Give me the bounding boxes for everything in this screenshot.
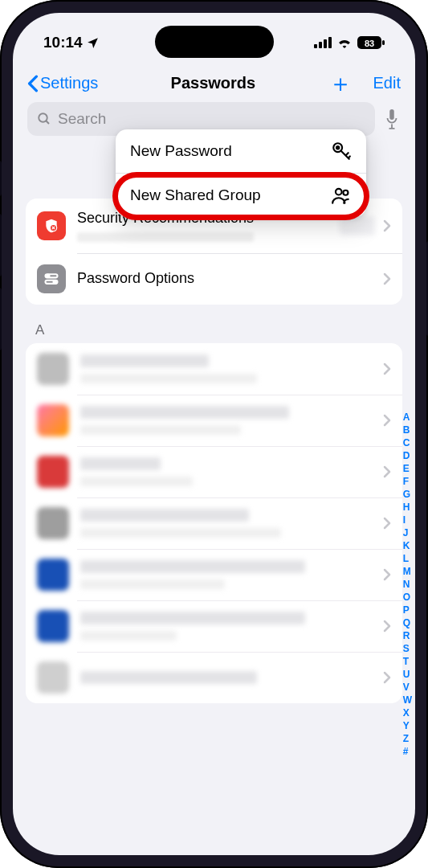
chevron-left-icon [27,75,39,92]
toggles-icon [37,264,66,293]
list-item[interactable] [26,497,402,549]
cellular-icon [314,37,332,48]
index-letter[interactable]: F [403,475,412,488]
index-letter[interactable]: H [403,501,412,514]
index-letter[interactable]: B [403,424,412,436]
svg-rect-9 [391,124,393,128]
nav-bar: Settings Passwords ＋ Edit [13,61,415,102]
redacted-text [80,528,281,538]
chevron-right-icon [383,272,391,285]
chevron-right-icon [383,465,391,478]
index-letter[interactable]: J [403,526,412,539]
index-letter[interactable]: K [403,539,412,552]
redacted-text [80,631,177,641]
list-item[interactable] [26,549,402,600]
redacted-text [77,232,254,242]
chevron-right-icon [383,671,391,684]
dynamic-island [155,26,274,58]
index-letter[interactable]: U [403,668,412,681]
index-letter[interactable]: T [403,655,412,668]
edit-button[interactable]: Edit [373,74,401,92]
site-favicon [37,456,69,488]
chevron-right-icon [383,362,391,375]
redacted-text [80,612,305,624]
svg-point-17 [336,146,339,149]
svg-line-7 [46,121,49,124]
index-letter[interactable]: Z [403,732,412,745]
screen: 10:14 83 Se [13,13,415,855]
menu-new-shared-group[interactable]: New Shared Group [116,174,366,217]
redacted-text [80,457,161,470]
index-letter[interactable]: N [403,578,412,591]
list-item[interactable] [26,652,402,703]
index-letter[interactable]: M [403,565,412,578]
index-letter[interactable]: Y [403,719,412,732]
index-letter[interactable]: E [403,462,412,475]
index-letter[interactable]: W [403,694,412,706]
index-letter[interactable]: R [403,629,412,642]
index-letter[interactable]: O [403,591,412,604]
index-letter[interactable]: Q [403,616,412,629]
list-item[interactable] [26,395,402,446]
chevron-right-icon [383,568,391,581]
phone-frame: 10:14 83 Se [0,0,428,868]
microphone-icon[interactable] [383,108,401,130]
index-letter[interactable]: X [403,706,412,719]
password-options-row[interactable]: Password Options [26,253,402,305]
index-letter[interactable]: C [403,436,412,449]
index-letter[interactable]: # [403,745,412,758]
shield-warning-icon [37,211,66,240]
volume-up-button [0,214,2,276]
people-icon [331,185,352,206]
password-list [26,343,402,703]
battery-text: 83 [365,39,374,48]
svg-rect-2 [324,39,327,48]
site-favicon [37,404,69,436]
search-placeholder: Search [58,110,106,128]
site-favicon [37,559,69,591]
svg-rect-10 [389,128,394,129]
svg-point-18 [336,189,342,195]
svg-rect-1 [319,42,322,48]
svg-rect-8 [389,109,394,120]
content: Security Recommendations Password Option… [13,145,415,855]
options-title: Password Options [77,270,372,288]
index-letter[interactable]: V [403,681,412,694]
location-icon [86,36,100,50]
list-item[interactable] [26,600,402,652]
redacted-text [80,560,305,573]
chevron-right-icon [383,517,391,530]
svg-rect-3 [328,37,332,48]
svg-rect-5 [382,40,385,45]
index-letter[interactable]: G [403,488,412,501]
redacted-text [80,374,257,383]
redacted-text [80,477,193,486]
alphabet-index[interactable]: ABCDEFGHIJKLMNOPQRSTUVWXYZ# [403,411,412,758]
index-letter[interactable]: I [403,514,412,526]
back-button[interactable]: Settings [27,74,98,92]
menu-new-password[interactable]: New Password [116,129,366,173]
site-favicon [37,353,69,385]
redacted-text [80,671,257,684]
index-letter[interactable]: L [403,552,412,565]
site-favicon [37,610,69,642]
index-letter[interactable]: D [403,449,412,462]
mute-switch [0,161,2,196]
index-letter[interactable]: S [403,642,412,655]
wifi-icon [336,37,353,48]
svg-rect-0 [314,44,317,48]
svg-point-15 [54,280,56,283]
svg-point-6 [39,113,47,122]
battery-icon: 83 [357,36,385,49]
add-menu-popover: New Password New Shared Group [116,129,366,217]
status-time: 10:14 [43,34,83,51]
list-item[interactable] [26,446,402,497]
menu-label: New Password [130,142,232,160]
index-letter[interactable]: A [403,411,412,424]
index-letter[interactable]: P [403,604,412,616]
site-favicon [37,507,69,539]
redacted-text [80,354,209,367]
redacted-text [80,509,249,522]
chevron-right-icon [383,414,391,427]
list-item[interactable] [26,343,402,395]
